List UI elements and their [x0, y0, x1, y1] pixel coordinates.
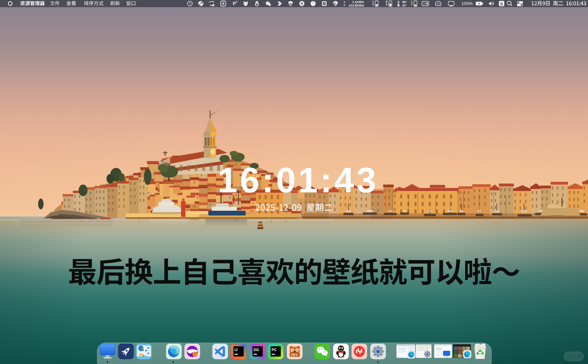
svg-text:122.6KB/s: 122.6KB/s — [349, 3, 364, 7]
svg-text:M: M — [386, 4, 388, 6]
svg-text:100%: 100% — [461, 1, 473, 6]
svg-text:56°: 56° — [402, 0, 407, 4]
svg-text:41°: 41° — [402, 4, 407, 7]
svg-text:U: U — [411, 4, 412, 6]
svg-text:P: P — [233, 1, 236, 6]
svg-text:D: D — [372, 4, 374, 6]
svg-text:S: S — [500, 1, 503, 6]
